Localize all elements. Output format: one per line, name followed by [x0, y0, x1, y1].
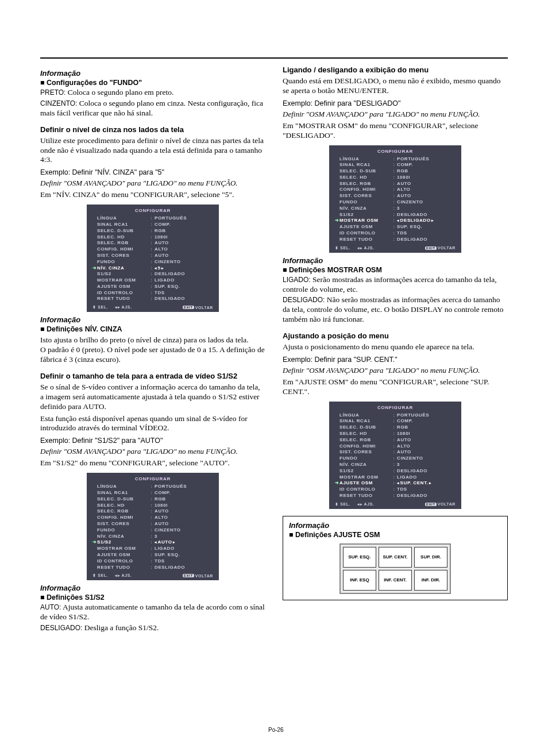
left-column: Informação Configurações do "FUNDO" PRET… — [40, 65, 265, 633]
sect2-example: Exemplo: Definir "S1/S2" para "AUTO" — [40, 437, 265, 445]
sect2-body1: Se o sínal de S-vídeo contiver a informa… — [40, 383, 265, 412]
sect2-body2: Esta função está disponível apenas quand… — [40, 414, 265, 434]
osd-menu-1: CONFIGURARLÍNGUA:PORTUGUÊSSINAL RCA1:COM… — [87, 205, 219, 312]
sect1-head: Definir o nível de cinza nos lados da te… — [40, 125, 265, 134]
info1-lead-a: PRETO: — [40, 88, 65, 97]
info5-head: Informação — [289, 521, 501, 530]
info3-lead-a: AUTO: — [40, 603, 61, 611]
info5-box: Informação Definições AJUSTE OSM SUP. ES… — [283, 516, 508, 600]
sect4-example: Exemplo: Definir para "SUP. CENT." — [283, 356, 508, 364]
info1-body-a: PRETO: Coloca o segundo plano em preto. — [40, 88, 265, 98]
osm-position-grid: SUP. ESQ. SUP. CENT. SUP. DIR. INF. ESQ … — [339, 543, 451, 594]
sect3-note: Em "MOSTRAR OSM" do menu "CONFIGURAR", s… — [283, 121, 508, 141]
right-column: Ligando / desligando a exibição do menu … — [283, 65, 508, 633]
page-number: Po-26 — [268, 727, 284, 733]
cell-inf-dir: INF. DIR. — [414, 570, 447, 591]
info3-head: Informação — [40, 584, 265, 592]
sect1-italic: Definir "OSM AVANÇADO" para "LIGADO" no … — [40, 179, 265, 188]
info5-sub: Definições AJUSTE OSM — [289, 531, 501, 539]
info2-sub: Definições NÍV. CINZA — [40, 325, 265, 333]
cell-sup-cent: SUP. CENT. — [379, 547, 412, 568]
info3-text-a: Ajusta automaticamente o tamanho da tela… — [40, 603, 265, 621]
info1-head: Informação — [40, 69, 265, 78]
info3-body-b: DESLIGADO: Desliga a função S1/S2. — [40, 623, 265, 633]
sect4-italic: Definir "OSM AVANÇADO" para "LIGADO" no … — [283, 366, 508, 375]
info4-body-b: DESLIGADO: Não serão mostradas as inform… — [283, 295, 508, 325]
info3-lead-b: DESLIGADO: — [40, 624, 82, 632]
cell-inf-esq: INF. ESQ — [343, 570, 376, 591]
info4-lead-b: DESLIGADO: — [283, 296, 325, 304]
sect4-body: Ajusta o posicionamento do menu quando e… — [283, 342, 508, 352]
cell-sup-esq: SUP. ESQ. — [343, 547, 376, 568]
sect2-italic: Definir "OSM AVANÇADO" para "LIGADO" no … — [40, 447, 265, 456]
info1-body-b: CINZENTO: Coloca o segundo plano em cinz… — [40, 99, 265, 118]
osd-menu-3: CONFIGURARLÍNGUA:PORTUGUÊSSINAL RCA1:COM… — [329, 145, 461, 253]
info1-text-a: Coloca o segundo plano em preto. — [65, 88, 173, 97]
info3-body-a: AUTO: Ajusta automaticamente o tamanho d… — [40, 603, 265, 622]
sect3-italic: Definir "OSM AVANÇADO" para "LIGADO" no … — [283, 110, 508, 119]
info4-text-a: Serão mostradas as informações acerca do… — [283, 275, 497, 294]
osd-menu-2: CONFIGURARLÍNGUA:PORTUGUÊSSINAL RCA1:COM… — [87, 473, 219, 580]
sect3-example: Exemplo: Definir para "DESLIGADO" — [283, 99, 508, 107]
cell-sup-dir: SUP. DIR. — [414, 547, 447, 568]
sect4-note: Em "AJUSTE OSM" do menu "CONFIGURAR", se… — [283, 377, 508, 397]
info3-sub: Definições S1/S2 — [40, 593, 265, 601]
sect4-head: Ajustando a posição do menu — [283, 331, 508, 340]
sect3-body: Quando está em DESLIGADO, o menu não é e… — [283, 76, 508, 96]
info3-text-b: Desliga a função S1/S2. — [82, 623, 159, 632]
info1-sub: Configurações do "FUNDO" — [40, 79, 265, 87]
info2-body: Isto ajusta o brilho do preto (o nível d… — [40, 335, 265, 365]
cell-inf-cent: INF. CENT. — [379, 570, 412, 591]
sect1-note: Em "NÍV. CINZA" do menu "CONFIGURAR", se… — [40, 190, 265, 200]
info4-body-a: LIGADO: Serão mostradas as informações a… — [283, 275, 508, 295]
osd-menu-4: CONFIGURARLÍNGUA:PORTUGUÊSSINAL RCA1:COM… — [329, 402, 461, 509]
info1-lead-b: CINZENTO: — [40, 99, 77, 107]
info4-head: Informação — [283, 256, 508, 265]
info4-lead-a: LIGADO: — [283, 276, 311, 284]
sect1-example: Exemplo: Definir "NÍV. CINZA" para "5" — [40, 168, 265, 176]
info2-head: Informação — [40, 315, 265, 324]
info4-sub: Definições MOSTRAR OSM — [283, 266, 508, 274]
top-rule — [40, 57, 508, 59]
sect2-note: Em "S1/S2" do menu "CONFIGURAR", selecio… — [40, 458, 265, 468]
sect3-head: Ligando / desligando a exibição do menu — [283, 65, 508, 74]
sect1-body: Utilize este procedimento para definir o… — [40, 136, 265, 165]
sect2-head: Definir o tamanho de tela para a entrada… — [40, 372, 265, 380]
